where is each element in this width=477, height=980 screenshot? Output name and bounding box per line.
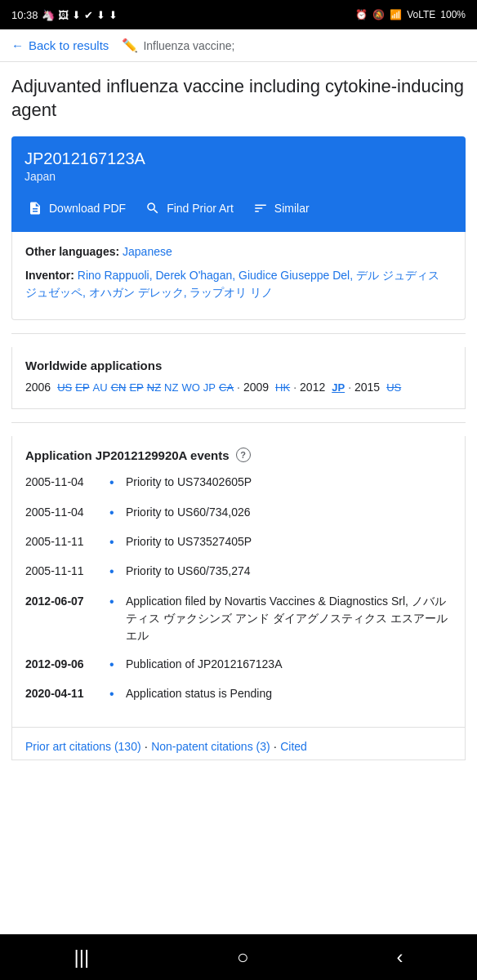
event-bullet-icon: • xyxy=(109,593,119,611)
event-bullet-icon: • xyxy=(109,533,119,551)
event-row: 2005-11-11•Priority to US73527405P xyxy=(25,533,452,551)
event-text: Priority to US60/734,026 xyxy=(126,504,452,521)
search-query: Influenza vaccine; xyxy=(143,39,234,52)
app-code-EP-2006[interactable]: EP xyxy=(75,381,89,394)
event-row: 2005-11-11•Priority to US60/735,274 xyxy=(25,563,452,581)
divider-2 xyxy=(11,422,466,423)
partial-section: Prior art citations (130) · Non-patent c… xyxy=(11,728,466,760)
app-code-CN-2006[interactable]: CN xyxy=(111,381,127,394)
status-bar-left: 10:38 🦄 🖼 ⬇ ✔ ⬇ ⬇ xyxy=(11,9,118,21)
app-code-JP-2006[interactable]: JP xyxy=(203,381,216,394)
app-code-EP-2006[interactable]: EP xyxy=(129,381,143,394)
app-code-US-2015[interactable]: US xyxy=(386,381,401,394)
event-text: Priority to US73402605P xyxy=(126,474,452,491)
download2-icon: ⬇ xyxy=(96,9,105,21)
app-code-CA-2006[interactable]: CA xyxy=(219,381,234,394)
find-prior-art-button[interactable]: Find Prior Art xyxy=(136,194,243,222)
prior-art-icon xyxy=(145,201,160,216)
similar-button[interactable]: Similar xyxy=(243,194,319,222)
event-row: 2005-11-04•Priority to US60/734,026 xyxy=(25,504,452,522)
find-prior-art-label: Find Prior Art xyxy=(167,202,234,215)
similar-label: Similar xyxy=(274,202,310,215)
back-button[interactable]: ← Back to results xyxy=(11,38,109,52)
app-code-NZ-2006[interactable]: NZ xyxy=(147,381,161,394)
nav-search: ✏️ Influenza vaccine; xyxy=(122,38,234,53)
event-row: 2012-09-06•Publication of JP2012167123A xyxy=(25,656,452,674)
event-text: Application status is Pending xyxy=(126,685,452,702)
download-pdf-label: Download PDF xyxy=(49,202,126,215)
mute-icon: 🔕 xyxy=(372,9,385,20)
app-year-2015: 2015 xyxy=(354,381,380,394)
events-container: 2005-11-04•Priority to US73402605P2005-1… xyxy=(25,474,452,703)
event-text: Application filed by Novartis Vaccines &… xyxy=(126,593,452,644)
back-label: Back to results xyxy=(29,38,109,52)
event-bullet-icon: • xyxy=(109,656,119,674)
event-row: 2012-06-07•Application filed by Novartis… xyxy=(25,593,452,644)
worldwide-applications-section: Worldwide applications 2006USEPAUCNEPNZN… xyxy=(11,347,466,409)
app-year-2012: 2012 xyxy=(300,381,325,394)
patent-id: JP2012167123A xyxy=(25,149,452,168)
app-code-AU-2006[interactable]: AU xyxy=(93,381,108,394)
inventor-label: Inventor: xyxy=(25,269,74,282)
event-date: 2005-11-04 xyxy=(25,504,103,521)
events-title-text: Application JP2012129920A events xyxy=(25,448,230,462)
event-date: 2005-11-04 xyxy=(25,474,103,491)
page-content: Adjuvanted influenza vaccine including c… xyxy=(0,62,477,760)
back-nav-button[interactable]: ‹ xyxy=(381,939,420,975)
app-years-line: 2006USEPAUCNEPNZNZWOJPCA ·2009HK ·2012JP… xyxy=(25,381,452,394)
event-date: 2020-04-11 xyxy=(25,685,103,702)
prior-art-citations-link[interactable]: Prior art citations (130) xyxy=(25,740,141,753)
battery: 100% xyxy=(440,9,466,20)
bottom-nav: ||| ○ ‹ xyxy=(0,934,477,980)
event-date: 2005-11-11 xyxy=(25,533,103,550)
app-years-container: 2006USEPAUCNEPNZNZWOJPCA ·2009HK ·2012JP… xyxy=(25,381,452,394)
other-languages-row: Other languages: Japanese xyxy=(25,243,452,261)
app-code-WO-2006[interactable]: WO xyxy=(181,381,199,394)
action-bar: Download PDF Find Prior Art Similar xyxy=(11,194,466,232)
worldwide-applications-title: Worldwide applications xyxy=(25,359,452,372)
app-code-JP-2012[interactable]: JP xyxy=(332,381,345,394)
status-bar-right: ⏰ 🔕 📶 VoLTE 100% xyxy=(355,9,466,20)
event-text: Priority to US73527405P xyxy=(126,533,452,550)
cited-link[interactable]: Cited xyxy=(280,740,307,753)
circle-button[interactable]: ○ xyxy=(221,939,265,975)
download-pdf-button[interactable]: Download PDF xyxy=(18,194,136,222)
non-patent-citations-link[interactable]: Non-patent citations (3) xyxy=(151,740,270,753)
signal-icon: VoLTE xyxy=(407,9,435,20)
patent-card-header: JP2012167123A Japan xyxy=(11,136,466,194)
events-section: Application JP2012129920A events ? 2005-… xyxy=(11,436,466,727)
edit-icon: ✏️ xyxy=(122,38,138,53)
patent-card: JP2012167123A Japan Download PDF Find Pr… xyxy=(11,136,466,760)
nav-bar: ← Back to results ✏️ Influenza vaccine; xyxy=(0,29,477,62)
inventor-row: Inventor: Rino Rappuoli, Derek O'hagan, … xyxy=(25,267,452,301)
event-date: 2005-11-11 xyxy=(25,563,103,580)
event-row: 2020-04-11•Application status is Pending xyxy=(25,685,452,703)
home-button[interactable]: ||| xyxy=(57,939,105,975)
event-date: 2012-06-07 xyxy=(25,593,103,610)
patent-title: Adjuvanted influenza vaccine including c… xyxy=(11,75,466,122)
event-text: Publication of JP2012167123A xyxy=(126,656,452,673)
app-year-2009: 2009 xyxy=(243,381,269,394)
time: 10:38 xyxy=(11,9,38,21)
download3-icon: ⬇ xyxy=(109,9,118,21)
app-code-HK-2009[interactable]: HK xyxy=(275,381,290,394)
status-bar: 10:38 🦄 🖼 ⬇ ✔ ⬇ ⬇ ⏰ 🔕 📶 VoLTE 100% xyxy=(0,0,477,29)
other-languages-label: Other languages: xyxy=(25,245,119,258)
events-title: Application JP2012129920A events ? xyxy=(25,448,452,462)
patent-country: Japan xyxy=(25,170,452,183)
app-code-US-2006[interactable]: US xyxy=(57,381,72,394)
japanese-link[interactable]: Japanese xyxy=(123,245,172,258)
inventor-names[interactable]: Rino Rappuoli, Derek O'hagan, Giudice Gi… xyxy=(25,269,439,299)
back-arrow-icon: ← xyxy=(11,38,24,52)
check-icon: ✔ xyxy=(84,9,93,21)
event-date: 2012-09-06 xyxy=(25,656,103,673)
image-icon: 🖼 xyxy=(58,9,69,21)
similar-icon xyxy=(253,201,268,216)
app-code-NZ-2006[interactable]: NZ xyxy=(164,381,178,394)
event-row: 2005-11-04•Priority to US73402605P xyxy=(25,474,452,492)
help-icon[interactable]: ? xyxy=(236,448,251,462)
event-bullet-icon: • xyxy=(109,563,119,581)
event-bullet-icon: • xyxy=(109,685,119,703)
divider-1 xyxy=(11,333,466,334)
app-year-2006: 2006 xyxy=(25,381,51,394)
